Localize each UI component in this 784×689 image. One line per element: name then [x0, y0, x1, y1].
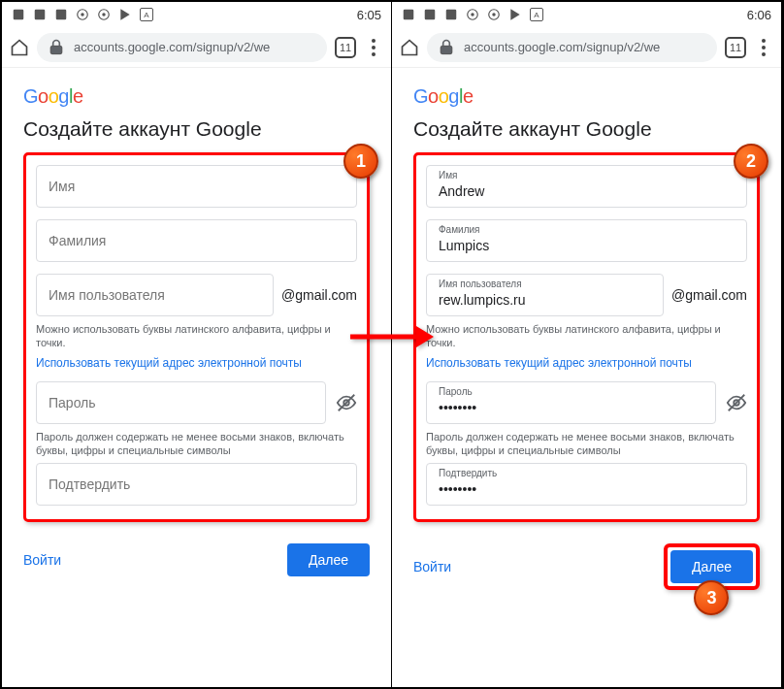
- first-name-input[interactable]: Имя Andrew: [426, 165, 747, 208]
- next-button-highlighted: Далее 3: [664, 543, 760, 590]
- first-name-input[interactable]: Имя: [36, 165, 357, 208]
- tabs-count-button[interactable]: 11: [335, 37, 356, 58]
- overflow-menu-icon[interactable]: [364, 39, 383, 56]
- next-button[interactable]: Далее: [287, 543, 370, 576]
- next-button[interactable]: Далее: [670, 550, 753, 583]
- gmail-suffix-label: @gmail.com: [281, 287, 357, 303]
- password-helper-text: Пароль должен содержать не менее восьми …: [36, 430, 357, 458]
- page-title: Создайте аккаунт Google: [23, 117, 370, 141]
- callout-badge-1: 1: [343, 144, 378, 179]
- address-bar[interactable]: accounts.google.com/signup/v2/we: [37, 33, 327, 62]
- use-existing-email-link[interactable]: Использовать текущий адрес электронной п…: [36, 356, 357, 370]
- password-input[interactable]: Пароль ••••••••: [426, 381, 716, 424]
- svg-point-4: [81, 13, 84, 16]
- notif-icon: A: [530, 8, 543, 21]
- last-name-input[interactable]: Фамилия Lumpics: [426, 219, 747, 262]
- page-content: Google Создайте аккаунт Google 1 Имя Фам…: [2, 68, 391, 687]
- username-input[interactable]: Имя пользователя: [36, 274, 274, 316]
- google-logo: Google: [23, 85, 370, 108]
- confirm-password-input[interactable]: Подтвердить ••••••••: [426, 463, 747, 506]
- overflow-menu-icon[interactable]: [754, 39, 773, 56]
- callout-badge-3: 3: [694, 580, 729, 615]
- form-actions: Войти Далее: [23, 543, 370, 576]
- username-helper-text: Можно использовать буквы латинского алфа…: [36, 322, 357, 350]
- notif-icon: [402, 8, 415, 21]
- status-notification-icons: A: [12, 8, 153, 21]
- notif-icon: [444, 8, 458, 21]
- notif-icon: [54, 8, 68, 21]
- notif-icon: [76, 8, 89, 21]
- status-bar: A 6:05: [2, 2, 391, 27]
- svg-rect-2: [56, 10, 67, 20]
- play-store-icon: [508, 8, 522, 21]
- page-content: Google Создайте аккаунт Google 2 Имя And…: [392, 68, 781, 687]
- svg-rect-10: [404, 10, 414, 20]
- lock-icon: [437, 38, 456, 57]
- svg-point-16: [492, 13, 496, 16]
- confirm-password-input[interactable]: Подтвердить: [36, 463, 357, 506]
- svg-point-6: [102, 13, 106, 16]
- page-title: Создайте аккаунт Google: [413, 117, 760, 141]
- svg-rect-0: [14, 10, 24, 20]
- password-helper-text: Пароль должен содержать не менее восьми …: [426, 430, 747, 458]
- toggle-password-visibility-icon[interactable]: [726, 392, 747, 413]
- sign-in-link[interactable]: Войти: [413, 559, 451, 574]
- notif-icon: [423, 8, 437, 21]
- username-input[interactable]: Имя пользователя rew.lumpics.ru: [426, 274, 664, 316]
- notif-icon: [466, 8, 479, 21]
- use-existing-email-link[interactable]: Использовать текущий адрес электронной п…: [426, 356, 747, 370]
- svg-point-14: [471, 13, 474, 16]
- browser-toolbar: accounts.google.com/signup/v2/we 11: [2, 27, 391, 68]
- status-clock: 6:05: [357, 8, 381, 22]
- screenshot-step-1: A 6:05 accounts.google.com/signup/v2/we …: [2, 2, 392, 687]
- notif-icon: A: [140, 8, 153, 21]
- svg-rect-7: [50, 46, 62, 53]
- signup-form-highlighted: 1 Имя Фамилия Имя пользователя @gmail.co…: [23, 152, 370, 522]
- address-bar[interactable]: accounts.google.com/signup/v2/we: [427, 33, 717, 62]
- svg-rect-11: [425, 10, 436, 20]
- screenshot-step-2: A 6:06 accounts.google.com/signup/v2/we …: [392, 2, 782, 687]
- notif-icon: [33, 8, 47, 21]
- svg-rect-12: [446, 10, 457, 20]
- lock-icon: [47, 38, 66, 57]
- url-text: accounts.google.com/signup/v2/we: [74, 40, 270, 54]
- url-text: accounts.google.com/signup/v2/we: [464, 40, 660, 54]
- google-logo: Google: [413, 85, 760, 108]
- tabs-count-button[interactable]: 11: [725, 37, 746, 58]
- signup-form-highlighted: 2 Имя Andrew Фамилия Lumpics Имя пользов…: [413, 152, 760, 522]
- svg-rect-17: [441, 46, 452, 53]
- notif-icon: [97, 8, 111, 21]
- callout-badge-2: 2: [734, 144, 768, 179]
- toggle-password-visibility-icon[interactable]: [336, 392, 357, 413]
- notif-icon: [12, 8, 25, 21]
- home-icon[interactable]: [400, 38, 419, 57]
- last-name-input[interactable]: Фамилия: [36, 219, 357, 262]
- home-icon[interactable]: [10, 38, 29, 57]
- notif-icon: [487, 8, 501, 21]
- svg-rect-1: [35, 10, 46, 20]
- gmail-suffix-label: @gmail.com: [671, 287, 747, 303]
- sign-in-link[interactable]: Войти: [23, 552, 61, 568]
- status-clock: 6:06: [747, 8, 771, 22]
- browser-toolbar: accounts.google.com/signup/v2/we 11: [392, 27, 781, 68]
- status-notification-icons: A: [402, 8, 543, 21]
- play-store-icon: [118, 8, 132, 21]
- username-helper-text: Можно использовать буквы латинского алфа…: [426, 322, 747, 350]
- form-actions: Войти Далее 3: [413, 543, 760, 590]
- password-input[interactable]: Пароль: [36, 381, 326, 424]
- status-bar: A 6:06: [392, 2, 781, 27]
